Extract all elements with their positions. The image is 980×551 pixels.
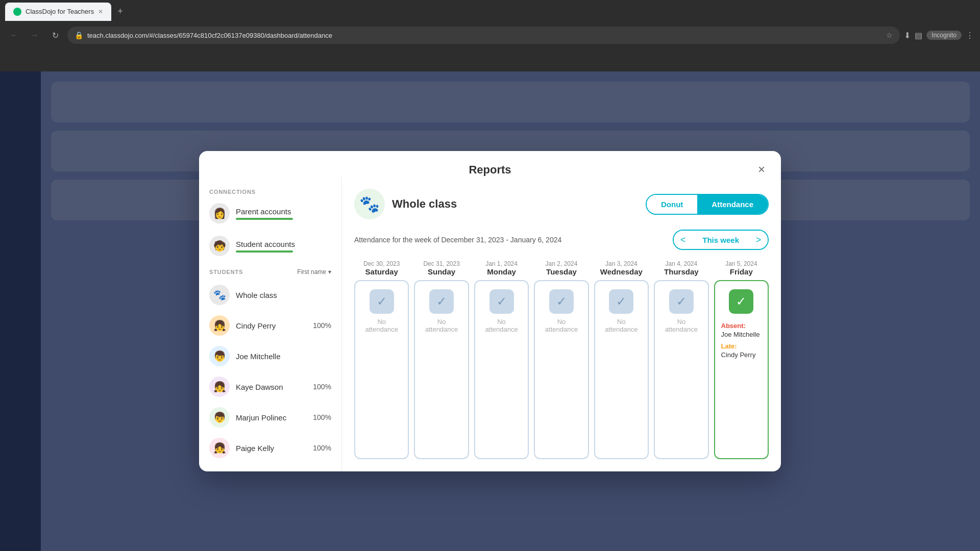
back-button[interactable]: ← <box>6 27 22 43</box>
friday-absent-label: Absent: <box>721 322 746 330</box>
thursday-check-icon: ✓ <box>669 289 694 314</box>
sunday-no-attendance: No attendance <box>421 318 461 333</box>
marjun-name: Marjun Polinec <box>236 413 307 422</box>
students-section-header: STUDENTS First name ▾ <box>199 262 341 280</box>
friday-date: Jan 5, 2024 <box>714 260 769 267</box>
active-tab[interactable]: ClassDojo for Teachers ✕ <box>5 3 111 21</box>
wednesday-name: Wednesday <box>594 267 649 276</box>
right-panel: 🐾 Whole class Donut Attendance Attendanc… <box>342 177 781 471</box>
day-header-sunday: Dec 31, 2023 Sunday <box>414 260 469 276</box>
star-icon[interactable]: ☆ <box>886 31 893 39</box>
kaye-avatar: 👧 <box>209 377 230 397</box>
saturday-no-attendance: No attendance <box>361 318 402 333</box>
joe-avatar: 👦 <box>209 346 230 366</box>
whole-class-item[interactable]: 🐾 Whole class <box>199 280 341 310</box>
modal-overlay: Reports × CONNECTIONS 👩 Parent accounts <box>0 71 980 551</box>
sort-dropdown[interactable]: First name ▾ <box>297 268 331 276</box>
student-bar <box>236 251 293 253</box>
parent-name: Parent accounts <box>236 207 331 216</box>
parent-avatar: 👩 <box>209 203 230 223</box>
attendance-info: Attendance for the week of December 31, … <box>354 230 769 250</box>
sidebar-icon[interactable]: ▤ <box>915 31 922 40</box>
refresh-button[interactable]: ↻ <box>47 27 63 43</box>
sunday-card: ✓ No attendance <box>414 280 469 459</box>
paige-avatar: 👧 <box>209 438 230 458</box>
browser-tabs: ClassDojo for Teachers ✕ + <box>0 0 980 23</box>
student-cindy-item[interactable]: 👧 Cindy Perry 100% <box>199 310 341 341</box>
thursday-no-attendance: No attendance <box>661 318 701 333</box>
donut-toggle-button[interactable]: Donut <box>647 195 697 214</box>
paige-pct: 100% <box>313 444 331 452</box>
tuesday-card: ✓ No attendance <box>534 280 589 459</box>
thursday-card: ✓ No attendance <box>654 280 708 459</box>
sunday-name: Sunday <box>414 267 469 276</box>
day-col-saturday: Dec 30, 2023 Saturday ✓ No attendance <box>354 260 409 459</box>
students-label: STUDENTS <box>209 269 243 275</box>
chevron-down-icon: ▾ <box>328 268 331 276</box>
kaye-pct: 100% <box>313 383 331 391</box>
sunday-check-icon: ✓ <box>429 289 454 314</box>
sunday-date: Dec 31, 2023 <box>414 260 469 267</box>
days-grid: Dec 30, 2023 Saturday ✓ No attendance De… <box>354 260 769 459</box>
right-top: 🐾 Whole class Donut Attendance <box>354 189 769 219</box>
incognito-badge: Incognito <box>926 31 962 40</box>
student-paige-item[interactable]: 👧 Paige Kelly 100% <box>199 433 341 463</box>
parent-bar <box>236 218 293 220</box>
class-name-label: Whole class <box>392 197 457 211</box>
day-col-thursday: Jan 4, 2024 Thursday ✓ No attendance <box>654 260 708 459</box>
day-header-tuesday: Jan 2, 2024 Tuesday <box>534 260 589 276</box>
student-joe-item[interactable]: 👦 Joe Mitchelle <box>199 341 341 371</box>
day-header-monday: Jan 1, 2024 Monday <box>474 260 529 276</box>
download-icon[interactable]: ⬇ <box>904 31 911 40</box>
day-col-friday: Jan 5, 2024 Friday ✓ Absent: Joe Mitchel… <box>714 260 769 459</box>
monday-name: Monday <box>474 267 529 276</box>
day-col-wednesday: Jan 3, 2024 Wednesday ✓ No attendance <box>594 260 649 459</box>
saturday-check-icon: ✓ <box>370 289 394 314</box>
sort-label: First name <box>297 268 326 276</box>
student-kaye-item[interactable]: 👧 Kaye Dawson 100% <box>199 371 341 402</box>
day-header-friday: Jan 5, 2024 Friday <box>714 260 769 276</box>
tab-close-button[interactable]: ✕ <box>98 8 103 15</box>
modal-title: Reports <box>469 163 511 176</box>
url-text: teach.classdojo.com/#/classes/65974c810c… <box>87 32 882 39</box>
tuesday-date: Jan 2, 2024 <box>534 260 589 267</box>
saturday-name: Saturday <box>354 267 409 276</box>
left-panel: CONNECTIONS 👩 Parent accounts 🧒 Student … <box>199 177 342 471</box>
friday-card: ✓ Absent: Joe Mitchelle Late: Cindy Perr… <box>714 280 769 459</box>
student-name: Student accounts <box>236 240 331 248</box>
joe-name: Joe Mitchelle <box>236 352 325 361</box>
friday-late-label: Late: <box>721 342 737 350</box>
week-nav: < This week > <box>673 230 769 250</box>
friday-name: Friday <box>714 267 769 276</box>
monday-check-icon: ✓ <box>489 289 514 314</box>
wednesday-date: Jan 3, 2024 <box>594 260 649 267</box>
parent-accounts-item[interactable]: 👩 Parent accounts <box>199 197 341 230</box>
week-label: This week <box>692 233 749 247</box>
new-tab-button[interactable]: + <box>113 4 127 19</box>
modal-close-button[interactable]: × <box>752 160 771 179</box>
cindy-name: Cindy Perry <box>236 321 307 330</box>
menu-icon[interactable]: ⋮ <box>966 31 974 40</box>
student-accounts-item[interactable]: 🧒 Student accounts <box>199 230 341 262</box>
day-col-monday: Jan 1, 2024 Monday ✓ No attendance <box>474 260 529 459</box>
day-header-wednesday: Jan 3, 2024 Wednesday <box>594 260 649 276</box>
wednesday-check-icon: ✓ <box>609 289 633 314</box>
forward-button[interactable]: → <box>27 27 43 43</box>
attendance-toggle-button[interactable]: Attendance <box>697 195 768 214</box>
class-info: 🐾 Whole class <box>354 189 457 219</box>
next-week-button[interactable]: > <box>749 231 768 249</box>
address-bar[interactable]: 🔒 teach.classdojo.com/#/classes/65974c81… <box>67 27 900 44</box>
prev-week-button[interactable]: < <box>674 231 692 249</box>
friday-absent-name: Joe Mitchelle <box>721 331 760 338</box>
student-marjun-item[interactable]: 👦 Marjun Polinec 100% <box>199 402 341 433</box>
cindy-pct: 100% <box>313 321 331 330</box>
nav-icons: ⬇ ▤ Incognito ⋮ <box>904 31 974 40</box>
day-col-tuesday: Jan 2, 2024 Tuesday ✓ No attendance <box>534 260 589 459</box>
tab-title: ClassDojo for Teachers <box>26 8 94 15</box>
thursday-date: Jan 4, 2024 <box>654 260 708 267</box>
saturday-card: ✓ No attendance <box>354 280 409 459</box>
view-toggle: Donut Attendance <box>646 194 769 215</box>
tuesday-name: Tuesday <box>534 267 589 276</box>
kaye-name: Kaye Dawson <box>236 383 307 391</box>
monday-date: Jan 1, 2024 <box>474 260 529 267</box>
